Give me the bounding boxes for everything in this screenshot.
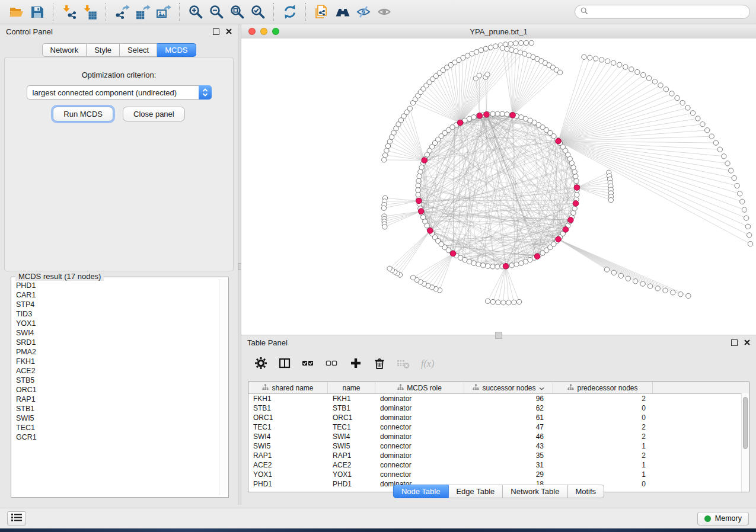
mcds-result-item[interactable]: SWI5 [16, 414, 218, 423]
function-builder-icon: f(x) [420, 357, 438, 370]
search-network-icon[interactable] [333, 3, 352, 21]
export-network-icon[interactable] [113, 3, 131, 21]
toolbar-separator [106, 3, 106, 21]
close-panel-icon[interactable] [226, 28, 232, 34]
mcds-result-item[interactable]: SWI4 [16, 328, 218, 338]
tab-node-table[interactable]: Node Table [393, 485, 449, 498]
close-panel-button[interactable]: Close panel [123, 107, 185, 121]
tab-network-table[interactable]: Network Table [503, 485, 567, 498]
mcds-result-item[interactable]: ACE2 [16, 366, 218, 376]
show-panels-button[interactable] [7, 511, 26, 525]
minimize-window-icon[interactable] [260, 28, 267, 35]
network-title: YPA_prune.txt_1 [470, 27, 527, 36]
run-mcds-button[interactable]: Run MCDS [53, 107, 113, 121]
import-table-icon[interactable] [81, 3, 99, 21]
show-details-icon[interactable] [375, 3, 393, 21]
table-row[interactable]: SWI5 SWI5 connector 43 1 [248, 441, 749, 451]
column-header-name[interactable]: name [328, 382, 375, 393]
application-window: Control Panel NetworkStyleSelectMCDS Opt… [0, 0, 756, 532]
tab-mcds[interactable]: MCDS [157, 43, 196, 57]
open-file-icon[interactable] [7, 3, 25, 21]
mcds-result-item[interactable]: PMA2 [16, 347, 218, 357]
table-row[interactable]: STB1 STB1 dominator 62 0 [248, 403, 749, 413]
mcds-result-item[interactable]: STP4 [16, 300, 218, 309]
float-panel-icon[interactable] [213, 28, 219, 35]
memory-label: Memory [715, 514, 742, 523]
table-row[interactable]: YOX1 YOX1 connector 29 1 [248, 470, 749, 479]
tab-edge-table[interactable]: Edge Table [448, 485, 503, 498]
zoom-window-icon[interactable] [272, 28, 279, 35]
mcds-result-item[interactable]: GCR1 [16, 432, 218, 442]
memory-status-icon [704, 515, 711, 522]
import-network-icon[interactable] [60, 3, 78, 21]
delete-table-icon [397, 357, 410, 370]
tab-select[interactable]: Select [120, 43, 157, 57]
table-row[interactable]: ORC1 ORC1 dominator 61 0 [248, 413, 749, 422]
result-scrollbar[interactable] [219, 279, 227, 495]
columns-icon[interactable] [278, 357, 291, 370]
search-input[interactable] [591, 7, 744, 17]
zoom-out-icon[interactable] [207, 3, 225, 21]
toolbar-separator [179, 3, 180, 21]
table-row[interactable]: FKH1 FKH1 dominator 96 2 [248, 394, 749, 403]
list-icon [11, 512, 23, 524]
mcds-result-item[interactable]: TEC1 [16, 423, 218, 432]
network-window: YPA_prune.txt_1 [241, 24, 756, 335]
zoom-selected-icon[interactable] [248, 3, 267, 21]
refresh-icon[interactable] [280, 3, 299, 21]
mcds-result-item[interactable]: TID3 [16, 309, 218, 319]
hierarchy-icon [473, 384, 479, 392]
float-table-panel-icon[interactable] [731, 339, 738, 346]
mcds-result-item[interactable]: FKH1 [16, 357, 218, 366]
criterion-dropdown[interactable]: largest connected component (undirected) [27, 85, 212, 100]
mcds-result-item[interactable]: PHD1 [16, 281, 218, 290]
mcds-result-item[interactable]: RAP1 [16, 395, 218, 404]
column-header-predecessor-nodes[interactable]: predecessor nodes [553, 382, 653, 393]
table-tabs: Node TableEdge TableNetwork TableMotifs [393, 485, 604, 498]
control-panel-titlebar: Control Panel [0, 24, 238, 39]
export-image-icon[interactable] [154, 3, 173, 21]
window-controls [248, 28, 279, 35]
sort-icon [539, 384, 544, 392]
tab-motifs[interactable]: Motifs [567, 485, 604, 498]
memory-button[interactable]: Memory [697, 512, 749, 525]
table-scrollbar-thumb[interactable] [743, 397, 748, 449]
unselect-all-columns-icon[interactable] [326, 357, 339, 370]
tab-network[interactable]: Network [42, 43, 87, 57]
table-row[interactable]: SWI4 SWI4 dominator 46 2 [248, 432, 749, 441]
mcds-result-item[interactable]: STB5 [16, 376, 218, 385]
control-panel-title: Control Panel [6, 27, 53, 36]
tab-style[interactable]: Style [87, 43, 120, 57]
column-header-mcds-role[interactable]: MCDS role [375, 382, 464, 393]
gear-icon[interactable] [254, 357, 267, 370]
column-header-shared-name[interactable]: shared name [248, 382, 328, 393]
mcds-result-item[interactable]: YOX1 [16, 319, 218, 328]
mcds-result-item[interactable]: SRD1 [16, 338, 218, 347]
table-row[interactable]: ACE2 ACE2 connector 31 1 [248, 460, 749, 470]
hide-details-icon[interactable] [354, 3, 372, 21]
control-panel: Control Panel NetworkStyleSelectMCDS Opt… [0, 24, 238, 505]
table-header: shared namenameMCDS rolesuccessor nodesp… [248, 382, 749, 394]
mcds-result-item[interactable]: ORC1 [16, 385, 218, 395]
zoom-in-icon[interactable] [186, 3, 205, 21]
select-all-columns-icon[interactable] [302, 357, 315, 370]
close-table-panel-icon[interactable] [744, 339, 750, 345]
delete-icon[interactable] [373, 357, 386, 370]
hierarchy-icon [397, 384, 404, 392]
mcds-result-box: MCDS result (17 nodes) PHD1CAR1STP4TID3Y… [11, 277, 229, 498]
mcds-result-item[interactable]: STB1 [16, 404, 218, 414]
table-row[interactable]: RAP1 RAP1 dominator 35 2 [248, 451, 749, 460]
svg-text:f(x): f(x) [421, 358, 434, 369]
zoom-fit-icon[interactable] [228, 3, 246, 21]
save-icon[interactable] [28, 3, 46, 21]
close-window-icon[interactable] [248, 28, 256, 35]
table-scrollbar[interactable] [741, 393, 749, 492]
duplicate-network-icon[interactable] [312, 3, 331, 21]
mcds-result-item[interactable]: CAR1 [16, 290, 218, 300]
network-titlebar[interactable]: YPA_prune.txt_1 [241, 24, 756, 39]
add-icon[interactable] [349, 357, 362, 370]
export-table-icon[interactable] [133, 3, 152, 21]
column-header-successor-nodes[interactable]: successor nodes [464, 382, 553, 393]
network-canvas[interactable] [241, 39, 756, 335]
table-row[interactable]: TEC1 TEC1 connector 47 2 [248, 422, 749, 432]
